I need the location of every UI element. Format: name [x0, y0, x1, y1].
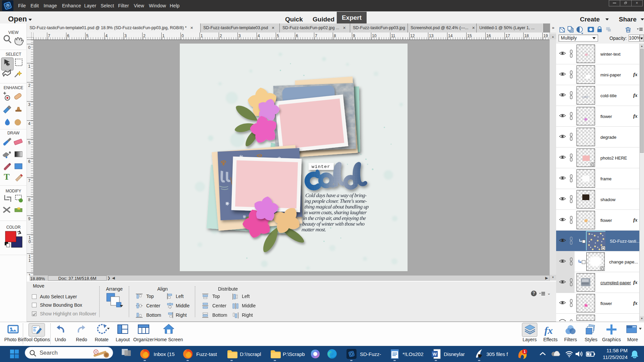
svg-text:winter: winter [312, 164, 330, 169]
svg-text:in warm coats, sharing laughte: in warm coats, sharing laughter [304, 209, 367, 216]
svg-text:1: 1 [524, 350, 526, 354]
svg-text:beauty of winter with those wh: beauty of winter with those who [302, 221, 365, 227]
svg-text:ing people closer. There's som: ing people closer. There's some- [305, 198, 367, 204]
svg-text:VIEW: VIEW [8, 30, 19, 35]
svg-text:thing magical about bundling u: thing magical about bundling up [304, 204, 369, 210]
svg-text:COLOR: COLOR [6, 225, 21, 230]
svg-text:matter most.: matter most. [302, 227, 326, 232]
svg-text:DRAW: DRAW [7, 131, 20, 135]
svg-text:T: T [4, 172, 9, 182]
svg-text:Cold days have a way of bring-: Cold days have a way of bring- [305, 192, 367, 198]
svg-text:in the crisp air, and enjoying: in the crisp air, and enjoying the [303, 215, 366, 221]
svg-text:SELECT: SELECT [6, 52, 21, 57]
svg-text:MODIFY: MODIFY [6, 189, 21, 193]
svg-text:ENHANCE: ENHANCE [4, 85, 23, 90]
svg-text:W: W [433, 352, 437, 357]
